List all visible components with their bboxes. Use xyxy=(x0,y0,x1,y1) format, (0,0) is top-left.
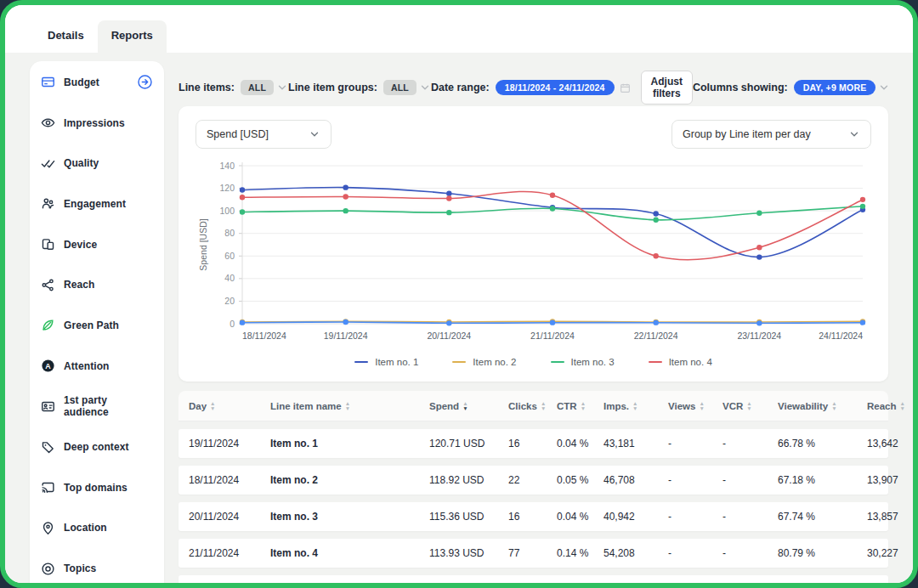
column-label: Views xyxy=(668,401,695,411)
sort-arrows-icon[interactable]: ▲▼ xyxy=(831,401,836,410)
chart-card: Spend [USD] Group by Line item per day 0… xyxy=(178,106,888,382)
attention-logo-icon: A xyxy=(41,359,55,373)
sidebar-item-label: Reach xyxy=(64,279,95,291)
chevron-down-icon[interactable] xyxy=(276,82,288,93)
column-header-line-item-name[interactable]: Line item name▲▼ xyxy=(270,401,429,411)
share-icon xyxy=(41,278,55,292)
cell-clicks: 16 xyxy=(508,438,557,449)
svg-text:21/11/2024: 21/11/2024 xyxy=(530,331,575,341)
svg-text:20: 20 xyxy=(224,296,235,306)
cell-reach: 30,227 xyxy=(867,547,898,559)
sidebar-item-engagement[interactable]: Engagement xyxy=(30,184,164,224)
chevron-down-icon[interactable] xyxy=(878,82,890,93)
cell-ctr: 0.05 % xyxy=(557,474,604,486)
sort-arrows-icon[interactable]: ▲▼ xyxy=(581,401,586,410)
legend-item-item-no-1[interactable]: Item no. 1 xyxy=(354,357,418,367)
report-sidebar: BudgetImpressionsQualityEngagementDevice… xyxy=(30,61,164,588)
adjust-filters-button[interactable]: Adjust filters xyxy=(641,71,693,105)
sidebar-item-label: Location xyxy=(64,522,107,534)
legend-item-item-no-4[interactable]: Item no. 4 xyxy=(649,357,712,367)
cell-views: - xyxy=(668,547,722,559)
sidebar-item-impressions[interactable]: Impressions xyxy=(30,103,164,144)
open-report-arrow-icon[interactable] xyxy=(137,74,153,90)
sort-arrows-icon[interactable]: ▲▼ xyxy=(699,401,704,410)
sort-arrows-icon[interactable]: ▲▼ xyxy=(345,401,350,410)
column-label: Clicks xyxy=(508,401,537,411)
table-row: 20/11/2024Item no. 3115.36 USD160.04 %40… xyxy=(178,502,888,531)
sidebar-item-1st-party-audience[interactable]: 1st party audience xyxy=(30,387,164,427)
column-header-vcr[interactable]: VCR▲▼ xyxy=(722,401,778,411)
line-items-value[interactable]: ALL xyxy=(241,80,274,95)
sidebar-item-deep-context[interactable]: Deep context xyxy=(30,427,164,467)
column-header-reach[interactable]: Reach▲▼ xyxy=(867,401,905,411)
sidebar-item-topics[interactable]: Topics xyxy=(30,548,164,588)
sort-arrows-icon[interactable]: ▲▼ xyxy=(462,401,468,410)
metric-dropdown[interactable]: Spend [USD] xyxy=(196,120,332,149)
sort-arrows-icon[interactable]: ▲▼ xyxy=(632,401,638,410)
svg-text:100: 100 xyxy=(219,206,235,216)
chevron-down-icon[interactable] xyxy=(419,82,431,93)
sidebar-item-top-domains[interactable]: Top domains xyxy=(30,467,164,508)
cell-line-item-name: Item no. 4 xyxy=(270,547,429,559)
column-header-clicks[interactable]: Clicks▲▼ xyxy=(508,401,557,411)
cell-line-item-name: Item no. 3 xyxy=(270,511,429,523)
leaf-icon xyxy=(41,318,55,332)
sidebar-item-location[interactable]: Location xyxy=(30,508,164,549)
legend-swatch xyxy=(452,361,466,364)
svg-text:140: 140 xyxy=(219,161,235,171)
cell-line-item-name: Item no. 1 xyxy=(270,438,429,449)
cell-clicks: 22 xyxy=(508,474,557,486)
main-panel: Line items: ALL Line item groups: ALL Da… xyxy=(178,53,888,588)
legend-swatch xyxy=(354,361,368,364)
metric-dropdown-value: Spend [USD] xyxy=(207,128,269,140)
date-range-value[interactable]: 18/11/2024 - 24/11/2024 xyxy=(496,80,615,95)
tab-details[interactable]: Details xyxy=(34,20,98,53)
cell-ctr: 0.04 % xyxy=(557,438,604,449)
column-header-spend[interactable]: Spend▲▼ xyxy=(429,401,508,411)
devices-icon xyxy=(41,237,55,252)
sidebar-item-quality[interactable]: Quality xyxy=(30,143,164,184)
cell-views: - xyxy=(668,474,722,486)
sidebar-item-green-path[interactable]: Green Path xyxy=(30,305,164,346)
groupby-dropdown[interactable]: Group by Line item per day xyxy=(672,120,871,149)
column-header-views[interactable]: Views▲▼ xyxy=(668,401,722,411)
legend-label: Item no. 4 xyxy=(669,357,712,367)
sidebar-item-label: Top domains xyxy=(64,482,128,494)
credit-card-icon xyxy=(41,75,55,89)
calendar-icon[interactable] xyxy=(620,82,631,93)
sort-arrows-icon[interactable]: ▲▼ xyxy=(210,401,215,410)
sidebar-item-device[interactable]: Device xyxy=(30,224,164,265)
cell-clicks: 16 xyxy=(508,511,557,523)
sidebar-item-attention[interactable]: AAttention xyxy=(30,346,164,387)
sort-arrows-icon[interactable]: ▲▼ xyxy=(541,401,546,410)
columns-showing-value[interactable]: DAY, +9 MORE xyxy=(794,80,876,95)
column-header-ctr[interactable]: CTR▲▼ xyxy=(557,401,604,411)
sidebar-item-reach[interactable]: Reach xyxy=(30,264,164,305)
cell-ctr: 0.14 % xyxy=(557,547,604,559)
cell-reach: 13,642 xyxy=(867,438,898,449)
column-label: VCR xyxy=(722,401,743,411)
chart-legend: Item no. 1Item no. 2Item no. 3Item no. 4 xyxy=(196,354,871,370)
cell-imps: 40,942 xyxy=(604,511,668,523)
legend-item-item-no-3[interactable]: Item no. 3 xyxy=(551,357,615,367)
cell-viewability: 66.78 % xyxy=(778,438,867,449)
sort-arrows-icon[interactable]: ▲▼ xyxy=(746,401,751,410)
column-label: Imps. xyxy=(604,401,629,411)
column-header-imps[interactable]: Imps.▲▼ xyxy=(604,401,668,411)
sidebar-item-budget[interactable]: Budget xyxy=(30,62,164,103)
legend-item-item-no-2[interactable]: Item no. 2 xyxy=(452,357,516,367)
svg-text:80: 80 xyxy=(224,228,235,238)
column-label: Day xyxy=(189,401,207,411)
people-icon xyxy=(41,196,55,211)
cell-imps: 46,708 xyxy=(604,474,668,486)
column-header-viewability[interactable]: Viewability▲▼ xyxy=(778,401,867,411)
line-item-groups-value[interactable]: ALL xyxy=(383,80,416,95)
sidebar-item-label: Attention xyxy=(64,360,110,372)
chart-area: 02040608010012014018/11/202419/11/202420… xyxy=(196,157,871,353)
tab-reports[interactable]: Reports xyxy=(98,20,167,53)
chevron-down-icon xyxy=(848,128,860,140)
svg-text:24/11/2024: 24/11/2024 xyxy=(819,331,863,341)
column-header-day[interactable]: Day▲▼ xyxy=(189,401,270,411)
svg-text:20/11/2024: 20/11/2024 xyxy=(427,331,471,341)
sort-arrows-icon[interactable]: ▲▼ xyxy=(900,401,905,410)
